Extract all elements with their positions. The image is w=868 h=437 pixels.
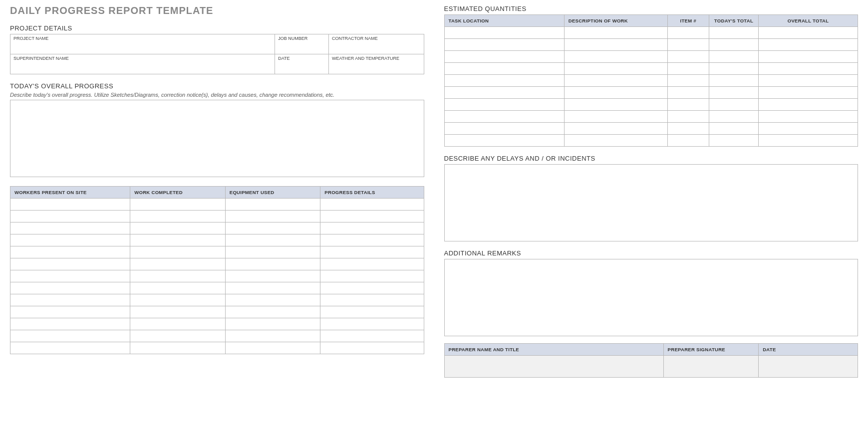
project-name-field[interactable] [10, 44, 275, 54]
work-table-cell[interactable] [10, 282, 130, 294]
quantities-table-cell[interactable] [564, 63, 667, 75]
remarks-field[interactable] [444, 259, 859, 336]
quantities-table-cell[interactable] [709, 87, 758, 99]
work-table-cell[interactable] [225, 211, 320, 222]
superintendent-name-field[interactable] [10, 64, 275, 74]
quantities-table-cell[interactable] [564, 87, 667, 99]
work-table-cell[interactable] [225, 222, 320, 234]
quantities-table-cell[interactable] [667, 87, 709, 99]
quantities-table-cell[interactable] [564, 123, 667, 135]
quantities-table-cell[interactable] [667, 99, 709, 111]
work-table-cell[interactable] [320, 330, 424, 342]
overall-progress-field[interactable] [10, 100, 424, 177]
work-table-cell[interactable] [320, 258, 424, 270]
quantities-table-cell[interactable] [564, 75, 667, 87]
quantities-table-cell[interactable] [709, 111, 758, 123]
quantities-table-cell[interactable] [759, 27, 858, 39]
delays-field[interactable] [444, 164, 859, 241]
work-table-cell[interactable] [320, 282, 424, 294]
quantities-table-cell[interactable] [709, 75, 758, 87]
preparer-name-field[interactable] [444, 356, 663, 378]
quantities-table-cell[interactable] [759, 111, 858, 123]
work-table-cell[interactable] [320, 222, 424, 234]
work-table-cell[interactable] [320, 199, 424, 211]
work-table-cell[interactable] [130, 258, 226, 270]
work-table-cell[interactable] [320, 211, 424, 222]
quantities-table-cell[interactable] [759, 63, 858, 75]
work-table-cell[interactable] [225, 294, 320, 306]
work-table-cell[interactable] [320, 294, 424, 306]
work-table-cell[interactable] [10, 258, 130, 270]
work-table-cell[interactable] [10, 330, 130, 342]
work-table-cell[interactable] [130, 330, 226, 342]
contractor-name-field[interactable] [328, 44, 424, 54]
work-table-cell[interactable] [225, 306, 320, 318]
work-table-cell[interactable] [225, 234, 320, 246]
quantities-table-cell[interactable] [444, 123, 564, 135]
work-table-cell[interactable] [225, 246, 320, 258]
quantities-table-cell[interactable] [709, 63, 758, 75]
quantities-table-cell[interactable] [709, 135, 758, 147]
work-table-cell[interactable] [10, 234, 130, 246]
quantities-table-cell[interactable] [667, 123, 709, 135]
weather-field[interactable] [328, 64, 424, 74]
quantities-table-cell[interactable] [444, 63, 564, 75]
quantities-table-cell[interactable] [564, 51, 667, 63]
work-table-cell[interactable] [225, 282, 320, 294]
quantities-table-cell[interactable] [759, 123, 858, 135]
quantities-table-cell[interactable] [667, 135, 709, 147]
work-table-cell[interactable] [10, 199, 130, 211]
quantities-table-cell[interactable] [564, 39, 667, 51]
work-table-cell[interactable] [130, 234, 226, 246]
quantities-table-cell[interactable] [564, 27, 667, 39]
work-table-cell[interactable] [10, 211, 130, 222]
work-table-cell[interactable] [225, 342, 320, 354]
quantities-table-cell[interactable] [444, 51, 564, 63]
work-table-cell[interactable] [320, 234, 424, 246]
quantities-table-cell[interactable] [667, 39, 709, 51]
work-table-cell[interactable] [130, 270, 226, 282]
work-table-cell[interactable] [225, 330, 320, 342]
quantities-table-cell[interactable] [667, 51, 709, 63]
work-table-cell[interactable] [320, 342, 424, 354]
work-table-cell[interactable] [10, 318, 130, 330]
work-table-cell[interactable] [130, 199, 226, 211]
quantities-table-cell[interactable] [444, 135, 564, 147]
work-table-cell[interactable] [225, 270, 320, 282]
work-table-cell[interactable] [225, 318, 320, 330]
quantities-table-cell[interactable] [759, 75, 858, 87]
work-table-cell[interactable] [10, 246, 130, 258]
quantities-table-cell[interactable] [667, 75, 709, 87]
quantities-table-cell[interactable] [667, 63, 709, 75]
date-field[interactable] [275, 64, 329, 74]
work-table-cell[interactable] [225, 258, 320, 270]
work-table-cell[interactable] [10, 270, 130, 282]
job-number-field[interactable] [275, 44, 329, 54]
quantities-table-cell[interactable] [444, 87, 564, 99]
work-table-cell[interactable] [320, 318, 424, 330]
quantities-table-cell[interactable] [667, 111, 709, 123]
work-table-cell[interactable] [130, 211, 226, 222]
quantities-table-cell[interactable] [759, 99, 858, 111]
work-table-cell[interactable] [225, 199, 320, 211]
work-table-cell[interactable] [320, 306, 424, 318]
work-table-cell[interactable] [10, 222, 130, 234]
preparer-date-field[interactable] [759, 356, 858, 378]
quantities-table-cell[interactable] [759, 87, 858, 99]
quantities-table-cell[interactable] [709, 27, 758, 39]
quantities-table-cell[interactable] [759, 51, 858, 63]
work-table-cell[interactable] [130, 222, 226, 234]
work-table-cell[interactable] [130, 342, 226, 354]
work-table-cell[interactable] [320, 270, 424, 282]
quantities-table-cell[interactable] [564, 99, 667, 111]
quantities-table-cell[interactable] [667, 27, 709, 39]
quantities-table-cell[interactable] [444, 39, 564, 51]
quantities-table-cell[interactable] [759, 39, 858, 51]
work-table-cell[interactable] [130, 294, 226, 306]
quantities-table-cell[interactable] [709, 39, 758, 51]
quantities-table-cell[interactable] [759, 135, 858, 147]
quantities-table-cell[interactable] [709, 123, 758, 135]
work-table-cell[interactable] [130, 306, 226, 318]
work-table-cell[interactable] [130, 282, 226, 294]
work-table-cell[interactable] [130, 246, 226, 258]
